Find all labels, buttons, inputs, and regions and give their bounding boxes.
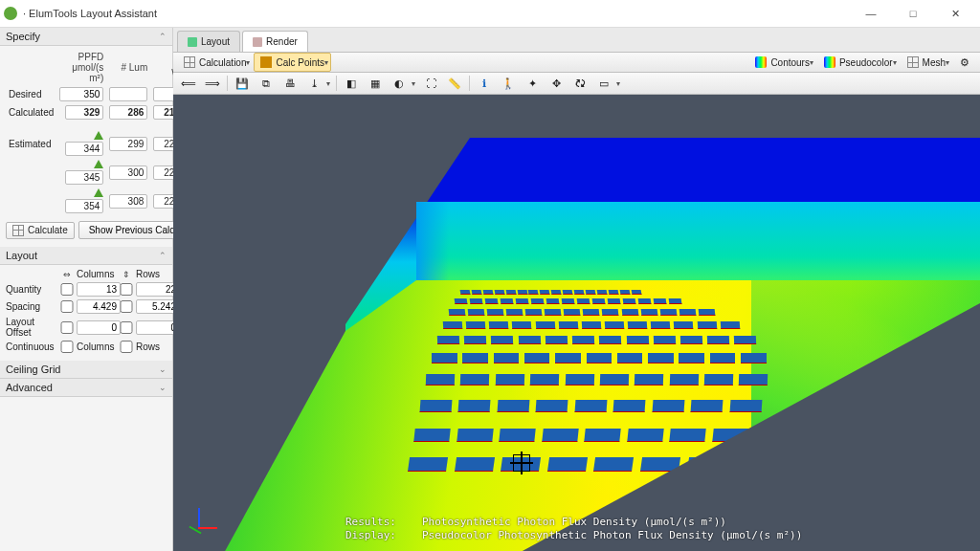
wireframe-button[interactable]: ▦ [364, 74, 387, 93]
offset-rows-lock[interactable] [120, 321, 133, 334]
print-button[interactable]: 🖶 [278, 74, 301, 93]
luminaire [545, 309, 561, 316]
luminaire [542, 429, 578, 442]
continuous-rows-checkbox[interactable] [120, 341, 133, 353]
luminaire [679, 353, 704, 364]
luminaire [501, 298, 514, 304]
back-button[interactable]: ⟸ [177, 74, 200, 93]
offset-cols-input[interactable] [77, 320, 121, 335]
spacing-label: Spacing [6, 301, 57, 312]
mesh-menu[interactable]: Mesh [901, 53, 952, 72]
luminaire [739, 374, 768, 386]
luminaire [564, 309, 580, 316]
tab-layout[interactable]: Layout [177, 31, 240, 52]
quantity-cols-input[interactable] [77, 282, 121, 297]
layout-tab-icon [188, 37, 197, 47]
luminaire [669, 374, 698, 386]
quantity-rows-lock[interactable] [120, 283, 133, 296]
spacing-rows-lock[interactable] [120, 300, 133, 313]
probe-button[interactable]: ✦ [521, 74, 544, 93]
orbit-button[interactable]: 🗘 [568, 74, 591, 93]
luminaire [458, 400, 491, 412]
maximize-button[interactable]: □ [892, 1, 934, 26]
luminaire [485, 298, 499, 304]
info-button[interactable]: ℹ [473, 74, 496, 93]
luminaire [464, 336, 487, 344]
luminaire [530, 374, 559, 386]
render-status: Results:Photosynthetic Photon Flux Densi… [345, 516, 802, 542]
luminaire [574, 290, 585, 295]
desired-lum [109, 87, 147, 101]
luminaire [540, 290, 550, 295]
pan-button[interactable]: ✥ [545, 74, 568, 93]
titlebar: · ElumTools Layout Assistant — □ ✕ [0, 0, 980, 28]
ceiling-grid-header[interactable]: Ceiling Grid ⌄ [0, 361, 172, 379]
save-button[interactable]: 💾 [231, 74, 254, 93]
view-preset-button[interactable]: ▭ [592, 74, 623, 93]
expand-icon: ⌄ [159, 364, 167, 374]
spacing-cols-lock[interactable] [60, 300, 74, 313]
calc-lum: 286 [109, 105, 147, 120]
copy-button[interactable]: ⧉ [255, 74, 278, 93]
luminaire [413, 429, 450, 442]
luminaire [489, 321, 508, 329]
layout-header[interactable]: Layout ⌃ [0, 247, 172, 265]
mesh-icon [907, 56, 919, 68]
forward-button[interactable]: ⟹ [201, 74, 224, 93]
continuous-rows-label: Rows [136, 342, 176, 352]
render-viewport[interactable]: Results:Photosynthetic Photon Flux Densi… [173, 95, 980, 551]
display-value: Pseudocolor Photosynthetic Photon Flux D… [422, 529, 802, 542]
luminaire [583, 309, 599, 316]
close-button[interactable]: ✕ [934, 1, 976, 26]
collapse-icon: ⌃ [159, 251, 167, 260]
shade-button[interactable]: ◐ [388, 74, 418, 93]
est1-ppfd: 345 [65, 170, 103, 185]
luminaire [574, 400, 607, 412]
luminaire [432, 353, 457, 364]
est2-ppfd: 354 [65, 199, 103, 213]
estimate-up-icon [94, 188, 103, 197]
spacing-cols-input[interactable] [77, 299, 121, 314]
luminaire [596, 290, 607, 295]
calculate-button[interactable]: Calculate [6, 222, 75, 239]
luminaire [654, 336, 677, 344]
walk-button[interactable]: 🚶 [497, 74, 520, 93]
luminaire [443, 321, 462, 329]
luminaire [707, 336, 730, 344]
luminaire [496, 374, 524, 386]
luminaire [546, 336, 568, 344]
luminaire [494, 353, 520, 364]
menu-toolbar: Calculation Calc Points Contours Pseudoc… [173, 53, 980, 73]
calculation-menu[interactable]: Calculation [177, 53, 253, 72]
expand-icon: ⌄ [159, 383, 167, 392]
luminaire [622, 298, 635, 304]
luminaire [697, 321, 716, 329]
measure-button[interactable]: 📏 [443, 74, 466, 93]
offset-cols-lock[interactable] [60, 321, 74, 334]
sidebar: Specify ⌃ PPFDμmol/(s m²) # Lum LPDW/ft²… [0, 28, 173, 551]
quantity-cols-lock[interactable] [60, 283, 74, 296]
export-button[interactable]: ⤓ [302, 74, 333, 93]
continuous-cols-checkbox[interactable] [60, 341, 74, 353]
est0-lum: 299 [109, 137, 147, 151]
pseudocolor-menu[interactable]: Pseudocolor [817, 53, 900, 72]
luminaire [561, 298, 574, 304]
iso-view-button[interactable]: ◧ [340, 74, 363, 93]
calc-points-icon [260, 56, 272, 68]
calc-points-menu[interactable]: Calc Points [254, 53, 331, 72]
contours-menu[interactable]: Contours [748, 53, 816, 72]
luminaire [449, 309, 465, 316]
desired-ppfd-input[interactable] [59, 87, 103, 101]
axis-gizmo [181, 508, 219, 546]
luminaire [680, 336, 703, 344]
minimize-button[interactable]: — [850, 1, 892, 26]
specify-header[interactable]: Specify ⌃ [0, 28, 172, 46]
luminaire [512, 321, 531, 329]
settings-button[interactable]: ⚙ [953, 53, 976, 72]
advanced-header[interactable]: Advanced ⌄ [0, 379, 172, 397]
tab-render[interactable]: Render [242, 31, 308, 52]
luminaire [491, 336, 514, 344]
zoom-extents-button[interactable]: ⛶ [419, 74, 442, 93]
pseudocolor-icon [824, 56, 835, 68]
ceiling-grid-label: Ceiling Grid [6, 364, 60, 375]
